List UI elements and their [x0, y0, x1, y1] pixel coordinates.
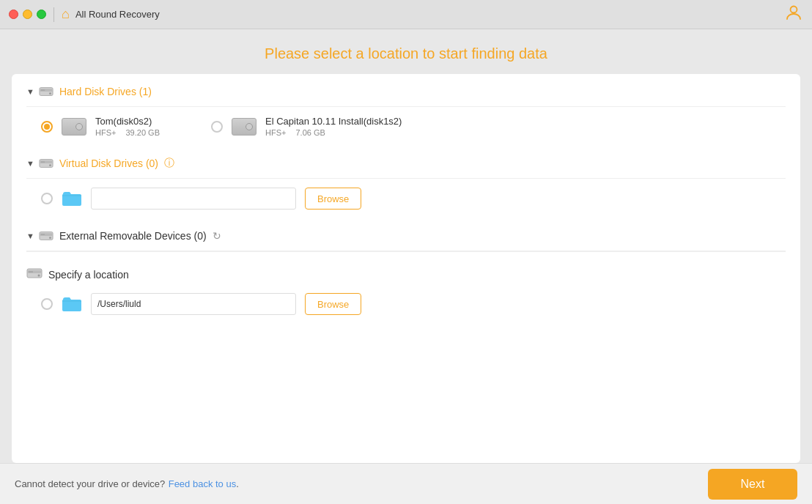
main-content: Please select a location to start findin… — [0, 29, 812, 463]
folder-icon-specify — [62, 296, 82, 312]
virtual-disk-arrow-icon: ▼ — [26, 159, 34, 168]
virtual-disk-row: Browse — [26, 179, 786, 218]
specify-location-section: Specify a location Browse — [26, 251, 786, 318]
traffic-lights — [9, 10, 46, 19]
svg-point-15 — [38, 275, 40, 277]
disk-fs-elcapitan: HFS+ — [265, 128, 286, 137]
specify-location-label: Specify a location — [48, 269, 129, 281]
bottom-text: Cannot detect your drive or device? — [15, 478, 165, 489]
disk-meta-elcapitan: HFS+ 7.06 GB — [265, 128, 402, 137]
disk-item-elcapitan[interactable]: El Capitan 10.11 Install(disk1s2) HFS+ 7… — [211, 116, 402, 137]
virtual-disk-section-title: Virtual Disk Drives (0) — [59, 158, 158, 169]
specify-location-browse-button[interactable]: Browse — [305, 293, 361, 315]
svg-rect-16 — [29, 271, 33, 273]
card: ▼ Hard Disk Drives (1) Tom(disk — [12, 74, 800, 463]
bottom-period: . — [236, 478, 239, 489]
disk-fs-tom: HFS+ — [95, 128, 116, 137]
titlebar: ⌂ All Round Recovery — [0, 0, 812, 29]
external-devices-drive-icon — [39, 229, 53, 243]
user-icon[interactable] — [786, 4, 802, 24]
page-heading: Please select a location to start findin… — [12, 29, 800, 74]
close-button[interactable] — [9, 10, 18, 19]
refresh-icon[interactable]: ↻ — [213, 230, 221, 242]
vdisk-radio[interactable] — [41, 193, 53, 204]
svg-rect-4 — [41, 89, 45, 91]
svg-rect-8 — [41, 161, 45, 163]
hard-disk-section-header[interactable]: ▼ Hard Disk Drives (1) — [26, 74, 786, 107]
home-icon[interactable]: ⌂ — [62, 7, 70, 22]
feedback-link[interactable]: Feed back to us — [169, 478, 237, 489]
disk-items-row: Tom(disk0s2) HFS+ 39.20 GB El Capitan 10… — [26, 107, 786, 146]
specify-location-path-input[interactable] — [91, 293, 296, 315]
svg-point-3 — [49, 92, 51, 94]
hdd-icon-tom — [62, 118, 86, 136]
virtual-disk-drive-icon — [39, 156, 53, 171]
maximize-button[interactable] — [37, 10, 46, 19]
svg-point-11 — [49, 237, 51, 239]
disk-size-tom: 39.20 GB — [126, 128, 160, 137]
hdd-icon-elcapitan — [232, 118, 256, 136]
disk-info-elcapitan: El Capitan 10.11 Install(disk1s2) HFS+ 7… — [265, 116, 402, 137]
hard-disk-drive-icon — [39, 84, 53, 99]
disk-name-tom: Tom(disk0s2) — [95, 116, 167, 127]
disk-radio-elcapitan[interactable] — [211, 121, 223, 133]
svg-rect-12 — [41, 234, 45, 235]
hard-disk-arrow-icon: ▼ — [26, 87, 34, 96]
virtual-disk-section-header[interactable]: ▼ Virtual Disk Drives (0) ⓘ — [26, 146, 786, 179]
disk-radio-tom[interactable] — [41, 121, 53, 133]
virtual-disk-path-input[interactable] — [91, 188, 296, 210]
external-devices-arrow-icon: ▼ — [26, 231, 34, 240]
titlebar-divider — [53, 7, 54, 22]
specify-location-header: Specify a location — [26, 261, 786, 290]
specify-location-radio[interactable] — [41, 298, 53, 310]
virtual-disk-browse-button[interactable]: Browse — [305, 188, 361, 210]
disk-meta-tom: HFS+ 39.20 GB — [95, 128, 167, 137]
specify-location-row: Browse — [26, 290, 786, 318]
disk-info-tom: Tom(disk0s2) HFS+ 39.20 GB — [95, 116, 167, 137]
disk-name-elcapitan: El Capitan 10.11 Install(disk1s2) — [265, 116, 402, 127]
folder-icon-virtual — [62, 190, 82, 207]
next-button[interactable]: Next — [708, 469, 797, 500]
help-icon[interactable]: ⓘ — [164, 157, 174, 170]
svg-point-0 — [791, 7, 797, 13]
hard-disk-section-title: Hard Disk Drives (1) — [59, 86, 152, 97]
external-devices-section-title: External Removable Devices (0) — [59, 230, 207, 242]
external-devices-section-header[interactable]: ▼ External Removable Devices (0) ↻ — [26, 218, 786, 251]
radio-inner-tom — [44, 124, 50, 130]
svg-point-7 — [49, 164, 51, 166]
app-title: All Round Recovery — [75, 9, 160, 20]
disk-item-tom[interactable]: Tom(disk0s2) HFS+ 39.20 GB — [41, 116, 167, 137]
minimize-button[interactable] — [23, 10, 32, 19]
disk-size-elcapitan: 7.06 GB — [295, 128, 325, 137]
bottom-bar: Cannot detect your drive or device? Feed… — [0, 463, 812, 504]
specify-location-icon — [26, 267, 43, 283]
